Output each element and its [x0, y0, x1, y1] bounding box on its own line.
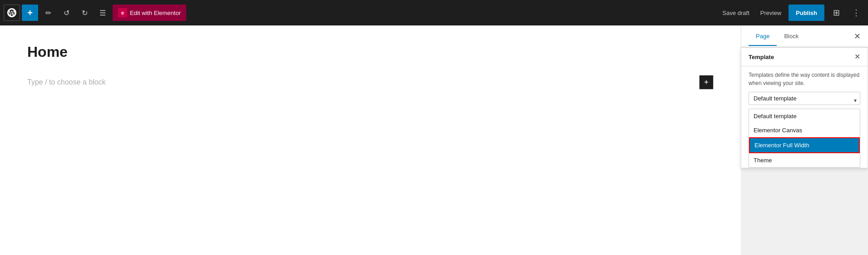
redo-button[interactable]: ↻ — [76, 5, 93, 21]
more-options-button[interactable]: ⋮ — [848, 5, 864, 21]
dropdown-item[interactable]: Default template — [749, 109, 860, 123]
sidebar-wrapper: Page Block ✕ Summary ∧ Visibility Public — [741, 25, 868, 255]
edit-mode-button[interactable]: ✏ — [40, 5, 56, 21]
publish-button[interactable]: Publish — [789, 5, 824, 21]
tab-page[interactable]: Page — [749, 27, 777, 46]
redo-icon: ↻ — [82, 9, 88, 17]
wp-logo-button[interactable] — [4, 5, 20, 21]
dropdown-item[interactable]: Elementor Full Width — [749, 137, 860, 153]
dropdown-item[interactable]: Elementor Canvas — [749, 123, 860, 137]
template-dropdown-list: Default templateElementor CanvasElemento… — [749, 109, 860, 168]
more-icon: ⋮ — [852, 8, 860, 18]
pencil-icon: ✏ — [45, 9, 51, 17]
popover-header: Template ✕ — [741, 48, 868, 66]
edit-with-elementor-button[interactable]: e Edit with Elementor — [113, 5, 186, 21]
plus-icon: + — [27, 8, 33, 18]
page-title[interactable]: Home — [27, 44, 714, 60]
undo-icon: ↺ — [64, 9, 69, 17]
add-block-toolbar-button[interactable]: + — [22, 5, 38, 21]
dropdown-item[interactable]: Theme — [749, 153, 860, 167]
sidebar-close-button[interactable]: ✕ — [854, 32, 861, 40]
template-popover: Template ✕ Templates define the way cont… — [741, 47, 868, 168]
toolbar-left: + ✏ ↺ ↻ ☰ e Edit with Elementor — [4, 5, 717, 21]
popover-close-icon: ✕ — [854, 53, 860, 60]
toolbar: + ✏ ↺ ↻ ☰ e Edit with Elementor Save dra… — [0, 0, 868, 25]
settings-icon: ⊞ — [833, 8, 840, 18]
popover-close-button[interactable]: ✕ — [854, 53, 860, 60]
document-overview-button[interactable]: ☰ — [94, 5, 111, 21]
add-block-button[interactable]: + — [699, 75, 714, 90]
tab-block[interactable]: Block — [777, 27, 806, 46]
template-select[interactable]: Default templateElementor CanvasElemento… — [749, 92, 860, 105]
list-icon: ☰ — [99, 9, 106, 17]
popover-title: Template — [749, 54, 774, 60]
close-icon: ✕ — [854, 32, 861, 41]
sidebar-header: Page Block ✕ — [741, 25, 868, 47]
settings-button[interactable]: ⊞ — [828, 5, 844, 21]
block-placeholder[interactable]: Type / to choose a block + — [27, 71, 714, 93]
editor-canvas[interactable]: Home Type / to choose a block + — [0, 25, 741, 255]
placeholder-text: Type / to choose a block — [27, 78, 106, 86]
toolbar-right: Save draft Preview Publish ⊞ ⋮ — [719, 5, 864, 21]
sidebar-tabs: Page Block — [749, 27, 806, 45]
preview-button[interactable]: Preview — [757, 8, 785, 18]
save-draft-button[interactable]: Save draft — [719, 8, 753, 18]
undo-button[interactable]: ↺ — [58, 5, 74, 21]
elementor-label: Edit with Elementor — [130, 10, 181, 16]
elementor-icon: e — [118, 8, 127, 17]
main-area: Home Type / to choose a block + Page Blo… — [0, 25, 868, 255]
template-select-container: Default templateElementor CanvasElemento… — [741, 92, 868, 109]
popover-description: Templates define the way content is disp… — [741, 66, 868, 92]
